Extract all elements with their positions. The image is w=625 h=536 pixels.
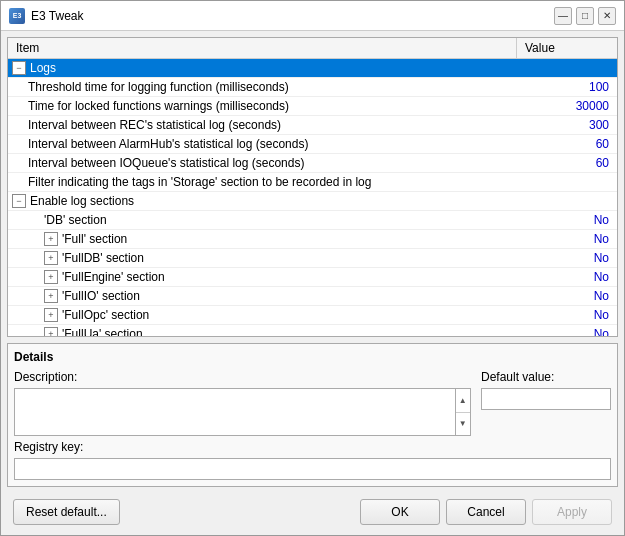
table-header: Item Value — [8, 38, 617, 59]
row-label: 'Full' section — [62, 232, 127, 246]
row-value: No — [517, 325, 617, 337]
table-row[interactable]: + 'Full' section No — [8, 230, 617, 249]
table-row[interactable]: 'DB' section No — [8, 211, 617, 230]
table-row[interactable]: + 'FullDB' section No — [8, 249, 617, 268]
main-window: E3 E3 Tweak — □ ✕ Item Value − Logs — [0, 0, 625, 536]
apply-button[interactable]: Apply — [532, 499, 612, 525]
row-label: Interval between AlarmHub's statistical … — [28, 137, 308, 151]
row-item: − Logs — [8, 59, 517, 77]
btn-left: Reset default... — [13, 499, 120, 525]
table-row[interactable]: − Logs — [8, 59, 617, 78]
restore-button[interactable]: □ — [576, 7, 594, 25]
button-bar: Reset default... OK Cancel Apply — [7, 493, 618, 529]
table-row[interactable]: − Enable log sections — [8, 192, 617, 211]
row-item: + 'FullIO' section — [8, 287, 517, 305]
registry-key-label: Registry key: — [14, 440, 611, 454]
app-icon: E3 — [9, 8, 25, 24]
row-label: Logs — [30, 61, 56, 75]
reset-default-button[interactable]: Reset default... — [13, 499, 120, 525]
row-label: Filter indicating the tags in 'Storage' … — [28, 175, 371, 189]
row-label: 'FullDB' section — [62, 251, 144, 265]
scroll-down-arrow[interactable]: ▼ — [456, 413, 470, 436]
title-bar-left: E3 E3 Tweak — [9, 8, 83, 24]
row-value: 30000 — [517, 97, 617, 115]
details-title: Details — [14, 350, 611, 364]
row-value: No — [517, 249, 617, 267]
table-row[interactable]: Interval between REC's statistical log (… — [8, 116, 617, 135]
row-label: 'DB' section — [44, 213, 107, 227]
row-value: No — [517, 306, 617, 324]
description-textarea[interactable] — [15, 389, 455, 435]
row-value — [517, 66, 617, 70]
btn-right: OK Cancel Apply — [360, 499, 612, 525]
row-value: 60 — [517, 154, 617, 172]
row-value: 60 — [517, 135, 617, 153]
registry-row: Registry key: — [14, 440, 611, 480]
row-item: + 'Full' section — [8, 230, 517, 248]
row-label: Interval between REC's statistical log (… — [28, 118, 281, 132]
minimize-button[interactable]: — — [554, 7, 572, 25]
default-value-label: Default value: — [481, 370, 611, 384]
table-row[interactable]: Time for locked functions warnings (mill… — [8, 97, 617, 116]
table-row[interactable]: + 'FullOpc' section No — [8, 306, 617, 325]
row-value: No — [517, 287, 617, 305]
window-title: E3 Tweak — [31, 9, 83, 23]
main-content: Item Value − Logs Threshold time for log… — [1, 31, 624, 535]
row-label: 'FullOpc' section — [62, 308, 149, 322]
scroll-arrows: ▲ ▼ — [455, 389, 470, 435]
row-item: + 'FullDB' section — [8, 249, 517, 267]
table-row[interactable]: Threshold time for logging function (mil… — [8, 78, 617, 97]
row-item: + 'FullEngine' section — [8, 268, 517, 286]
cancel-button[interactable]: Cancel — [446, 499, 526, 525]
col-header-value: Value — [517, 38, 617, 58]
description-label: Description: — [14, 370, 471, 384]
expand-icon[interactable]: + — [44, 289, 58, 303]
row-label: 'FullIO' section — [62, 289, 140, 303]
row-item: Interval between AlarmHub's statistical … — [8, 135, 517, 153]
row-item: + 'FullOpc' section — [8, 306, 517, 324]
row-value: 300 — [517, 116, 617, 134]
row-item: Threshold time for logging function (mil… — [8, 78, 517, 96]
expand-icon[interactable]: + — [44, 251, 58, 265]
tree-table[interactable]: Item Value − Logs Threshold time for log… — [7, 37, 618, 337]
row-label: Interval between IOQueue's statistical l… — [28, 156, 304, 170]
row-label: 'FullUa' section — [62, 327, 143, 337]
title-bar: E3 E3 Tweak — □ ✕ — [1, 1, 624, 31]
row-value: 100 — [517, 78, 617, 96]
row-item: Interval between IOQueue's statistical l… — [8, 154, 517, 172]
row-value — [517, 199, 617, 203]
table-row[interactable]: Interval between AlarmHub's statistical … — [8, 135, 617, 154]
expand-icon[interactable]: + — [44, 327, 58, 337]
title-buttons: — □ ✕ — [554, 7, 616, 25]
table-row[interactable]: + 'FullUa' section No — [8, 325, 617, 337]
registry-key-input[interactable] — [14, 458, 611, 480]
expand-icon[interactable]: + — [44, 308, 58, 322]
close-button[interactable]: ✕ — [598, 7, 616, 25]
scroll-up-arrow[interactable]: ▲ — [456, 389, 470, 413]
row-item: Time for locked functions warnings (mill… — [8, 97, 517, 115]
default-value-input[interactable] — [481, 388, 611, 410]
row-label: Enable log sections — [30, 194, 134, 208]
description-input-wrap: ▲ ▼ — [14, 388, 471, 436]
row-label: 'FullEngine' section — [62, 270, 165, 284]
row-label: Time for locked functions warnings (mill… — [28, 99, 289, 113]
ok-button[interactable]: OK — [360, 499, 440, 525]
row-item: Filter indicating the tags in 'Storage' … — [8, 173, 517, 191]
expand-icon[interactable]: − — [12, 194, 26, 208]
table-row[interactable]: + 'FullEngine' section No — [8, 268, 617, 287]
details-section: Details Description: ▲ ▼ Default value: — [7, 343, 618, 487]
row-item: + 'FullUa' section — [8, 325, 517, 337]
row-item: − Enable log sections — [8, 192, 517, 210]
table-row[interactable]: Filter indicating the tags in 'Storage' … — [8, 173, 617, 192]
table-row[interactable]: Interval between IOQueue's statistical l… — [8, 154, 617, 173]
expand-icon[interactable]: + — [44, 232, 58, 246]
row-item: 'DB' section — [8, 211, 517, 229]
row-item: Interval between REC's statistical log (… — [8, 116, 517, 134]
row-value: No — [517, 268, 617, 286]
row-value: No — [517, 211, 617, 229]
expand-icon[interactable]: + — [44, 270, 58, 284]
description-col: Description: ▲ ▼ — [14, 370, 471, 436]
table-row[interactable]: + 'FullIO' section No — [8, 287, 617, 306]
expand-icon[interactable]: − — [12, 61, 26, 75]
row-label: Threshold time for logging function (mil… — [28, 80, 289, 94]
